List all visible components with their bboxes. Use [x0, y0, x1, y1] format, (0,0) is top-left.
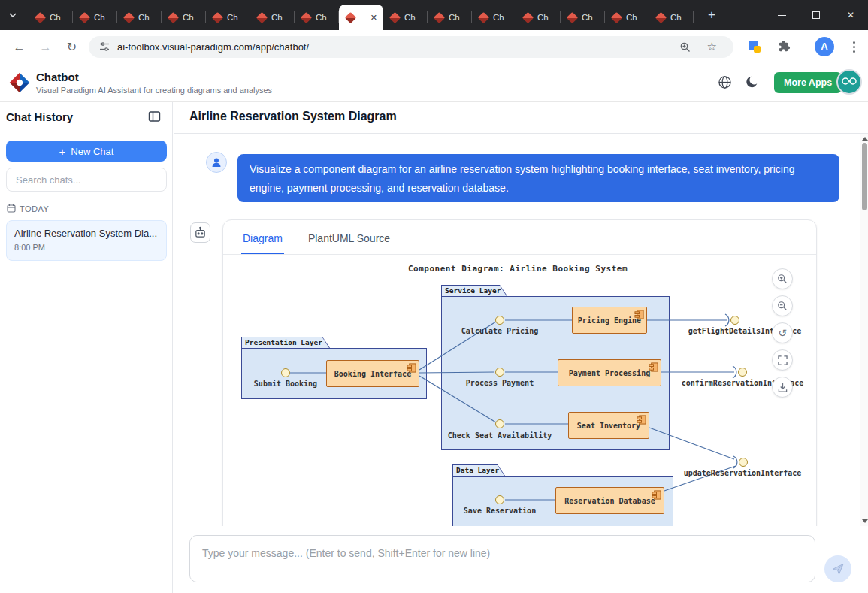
close-button[interactable]: ✕	[833, 0, 868, 30]
collapse-sidebar-icon[interactable]	[148, 110, 161, 123]
browser-tab-strip: ChChChChChChCh✕ChChChChChChCh + ✕	[0, 0, 868, 30]
conversation-title-bar: Airline Reservation System Diagram	[174, 102, 868, 134]
new-tab-button[interactable]: +	[703, 7, 720, 23]
tab-diagram[interactable]: Diagram	[241, 232, 284, 254]
fullscreen-button[interactable]	[772, 349, 793, 371]
scrollbar-thumb[interactable]	[862, 143, 867, 210]
maximize-button[interactable]	[799, 0, 833, 30]
send-plane-icon	[831, 562, 845, 576]
conversation-title: Airline Reservation System Diagram	[189, 110, 397, 123]
tab-label: Ch	[582, 13, 593, 22]
reload-button[interactable]: ↻	[62, 37, 82, 57]
minimize-button[interactable]	[764, 0, 799, 30]
interface-circle-save-reservation	[495, 495, 504, 504]
tab-search-chevron-icon[interactable]	[8, 11, 17, 20]
browser-tab[interactable]: Ch	[250, 5, 295, 30]
interface-label: Save Reservation	[464, 507, 536, 515]
browser-tab[interactable]: Ch	[516, 5, 561, 30]
tab-favicon-icon	[567, 11, 579, 23]
browser-menu-icon[interactable]	[848, 38, 860, 55]
chat-scrollbar[interactable]	[860, 134, 868, 526]
forward-button[interactable]: →	[35, 37, 56, 57]
interface-label: Process Payment	[466, 379, 534, 387]
message-input[interactable]	[190, 536, 815, 582]
chat-history-sidebar: Chat History + New Chat TODAY Airline Re…	[0, 102, 173, 593]
component-seat-inventory: Seat Inventory	[568, 412, 649, 439]
bot-avatar	[190, 222, 210, 243]
address-bar[interactable]: ai-toolbox.visual-paradigm.com/app/chatb…	[89, 36, 733, 58]
browser-tab[interactable]: Ch	[295, 5, 339, 30]
browser-tab[interactable]: Ch	[605, 5, 649, 30]
minimize-icon	[778, 15, 786, 16]
component-icon	[649, 362, 658, 372]
send-button[interactable]	[824, 555, 851, 582]
back-button[interactable]: ←	[9, 37, 29, 57]
browser-tab[interactable]: Ch	[383, 5, 428, 30]
account-avatar[interactable]	[836, 69, 862, 95]
tab-label: Ch	[271, 13, 283, 22]
bookmark-star-icon[interactable]: ☆	[707, 40, 717, 53]
interface-label: Calculate Pricing	[461, 327, 538, 335]
interface-circle-confirm-reservation	[738, 368, 747, 377]
browser-tab[interactable]: Ch	[117, 5, 162, 30]
tab-favicon-icon	[79, 11, 91, 23]
browser-tab[interactable]: Ch	[73, 5, 117, 30]
interface-circle-update-reservation	[739, 458, 748, 467]
plus-icon: +	[59, 145, 66, 158]
tab-favicon-icon	[478, 11, 490, 23]
browser-tab[interactable]: Ch	[428, 5, 472, 30]
browser-tab-active[interactable]: ✕	[339, 5, 383, 30]
tab-label: Ch	[670, 13, 682, 22]
diagram-canvas: Component Diagram: Airline Booking Syste…	[226, 258, 809, 526]
tab-label: Ch	[183, 13, 194, 22]
interface-label: Submit Booking	[254, 380, 317, 388]
browser-tab[interactable]: Ch	[472, 5, 516, 30]
url-text[interactable]: ai-toolbox.visual-paradigm.com/app/chatb…	[117, 36, 309, 58]
browser-tab[interactable]: Ch	[649, 5, 694, 30]
tab-favicon-icon	[256, 11, 268, 23]
tab-favicon-icon	[611, 11, 623, 23]
zoom-level-icon[interactable]	[679, 41, 691, 53]
diagram-connector-lines	[226, 258, 809, 526]
browser-tab[interactable]: Ch	[206, 5, 250, 30]
component-icon	[637, 415, 646, 425]
component-booking-interface: Booking Interface	[326, 360, 419, 387]
extensions-puzzle-icon[interactable]	[777, 39, 791, 53]
visual-paradigm-logo	[8, 71, 32, 95]
language-globe-icon[interactable]	[718, 75, 732, 89]
tab-close-icon[interactable]: ✕	[370, 13, 377, 23]
component-icon	[407, 363, 416, 373]
scrollbar-up-arrow[interactable]	[862, 137, 868, 141]
tab-label: Ch	[404, 13, 416, 22]
browser-tab[interactable]: Ch	[162, 5, 206, 30]
message-composer	[174, 526, 868, 593]
dark-mode-moon-icon[interactable]	[746, 75, 759, 89]
zoom-out-button[interactable]	[772, 295, 793, 316]
diagram-zoom-controls: ↺	[772, 268, 793, 398]
browser-profile-avatar[interactable]: A	[815, 37, 834, 56]
download-button[interactable]	[772, 377, 793, 398]
component-reservation-database: Reservation Database	[555, 487, 664, 514]
interface-circle-calculate-pricing	[495, 316, 504, 325]
browser-tab[interactable]: Ch	[29, 5, 73, 30]
new-chat-button[interactable]: + New Chat	[6, 141, 167, 162]
chat-item-time: 8:00 PM	[14, 243, 45, 252]
search-chats-input[interactable]	[6, 168, 167, 192]
tab-plantuml-source[interactable]: PlantUML Source	[307, 232, 392, 254]
tab-label: Ch	[626, 13, 637, 22]
browser-toolbar: ← → ↻ ai-toolbox.visual-paradigm.com/app…	[0, 30, 868, 64]
browser-tab[interactable]: Ch	[561, 5, 605, 30]
chat-history-item[interactable]: Airline Reservation System Dia... 8:00 P…	[6, 220, 167, 261]
tab-favicon-icon	[389, 11, 401, 23]
extension-colored-icon[interactable]	[747, 39, 762, 54]
tab-label: Ch	[493, 13, 504, 22]
more-apps-button[interactable]: More Apps	[774, 72, 842, 93]
site-settings-icon[interactable]	[98, 41, 110, 53]
scrollbar-down-arrow[interactable]	[862, 519, 868, 523]
zoom-in-button[interactable]	[772, 268, 793, 289]
reset-zoom-button[interactable]: ↺	[772, 322, 793, 343]
tab-label: Ch	[227, 13, 238, 22]
interface-label: Check Seat Availability	[448, 431, 552, 440]
tab-label: Ch	[50, 13, 61, 22]
component-payment-processing: Payment Processing	[558, 359, 661, 386]
